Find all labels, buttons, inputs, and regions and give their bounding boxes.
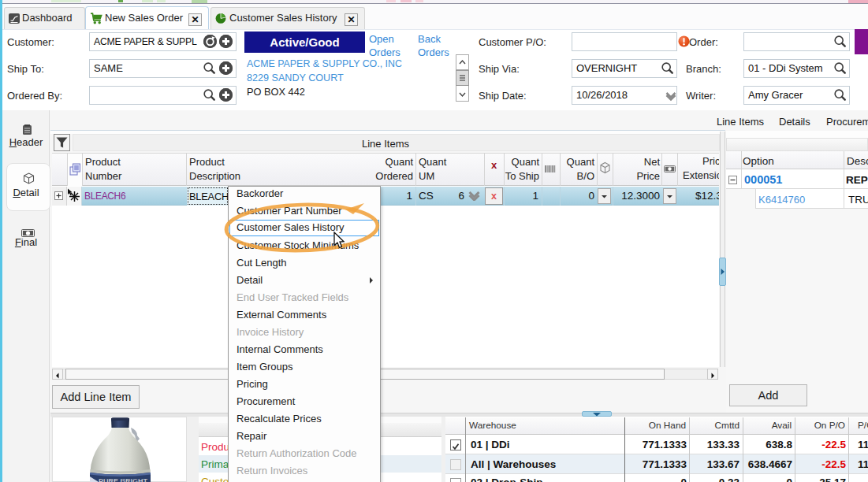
svg-text:PURE BRIGHT: PURE BRIGHT [99, 477, 148, 482]
